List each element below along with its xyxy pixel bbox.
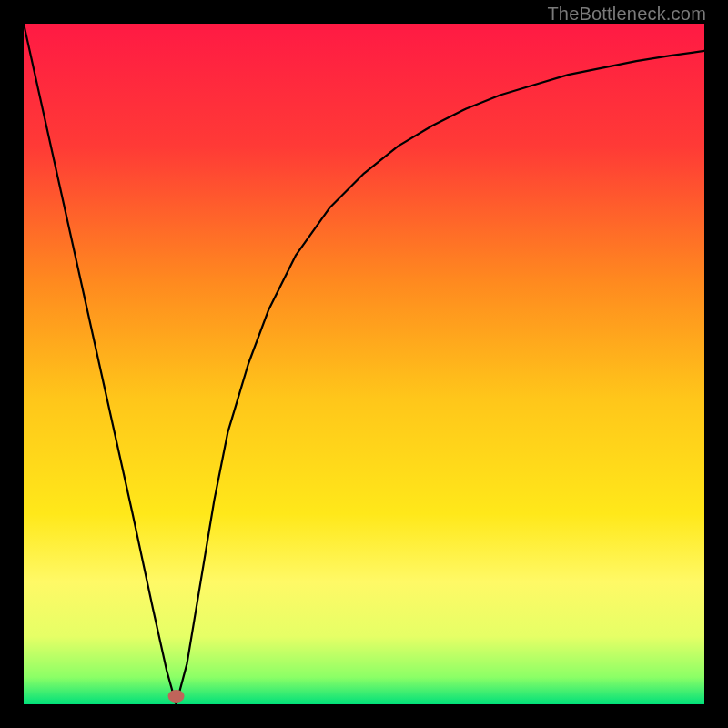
chart-frame: TheBottleneck.com xyxy=(0,0,728,728)
optimal-marker xyxy=(168,690,185,703)
plot-area xyxy=(24,24,704,704)
bottleneck-curve xyxy=(24,24,704,704)
watermark-label: TheBottleneck.com xyxy=(547,4,706,25)
